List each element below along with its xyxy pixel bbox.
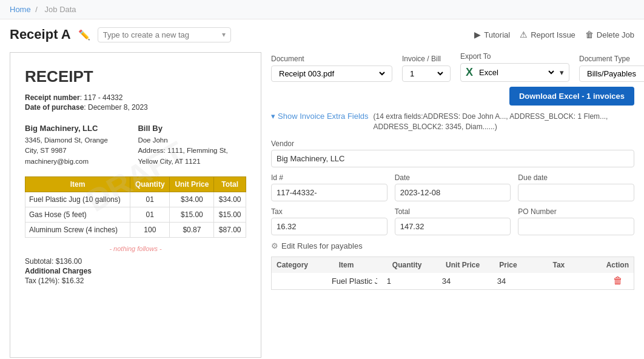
download-excel-button[interactable]: Download Excel - 1 invoices xyxy=(509,87,634,106)
line-tax-input[interactable] xyxy=(551,275,599,287)
tag-input[interactable] xyxy=(103,30,222,39)
invoice-select-wrap: 1 xyxy=(402,65,451,82)
delete-row-icon[interactable]: 🗑 xyxy=(613,275,623,286)
billed-by-address: 3345, Diamond St, Orange City, ST 9987 xyxy=(25,135,113,156)
id-input[interactable] xyxy=(271,184,387,201)
category-input[interactable] xyxy=(275,275,323,287)
line-item-category xyxy=(272,273,327,289)
col-header-unit-price: Unit Price xyxy=(441,257,494,273)
line-item-item xyxy=(327,273,382,289)
row-unit: $15.00 xyxy=(170,207,214,222)
bill-by-label: Bill By xyxy=(138,124,246,133)
row-qty: 01 xyxy=(130,192,170,207)
row-total: $87.00 xyxy=(214,222,246,237)
invoice-label: Invoice / Bill xyxy=(402,55,451,63)
line-item-tax xyxy=(548,273,603,289)
edit-icon[interactable]: ✏️ xyxy=(78,29,90,41)
delete-job-button[interactable]: 🗑 Delete Job xyxy=(585,30,634,39)
doc-type-label: Document Type xyxy=(579,55,644,63)
trash-icon: 🗑 xyxy=(585,30,594,39)
date-input[interactable] xyxy=(395,184,511,201)
tax-group: Tax xyxy=(271,207,387,235)
warning-icon: ⚠ xyxy=(520,30,528,39)
billed-by-col: Big Machinery, LLC 3345, Diamond St, Ora… xyxy=(25,124,113,167)
tutorial-button[interactable]: ▶ Tutorial xyxy=(474,30,510,39)
line-item-unit-price xyxy=(437,273,492,289)
tax-input[interactable] xyxy=(271,218,387,235)
edit-rules-label: Edit Rules for payables xyxy=(281,241,363,250)
due-date-group: Due date xyxy=(518,173,634,201)
breadcrumb: Home / Job Data xyxy=(0,0,644,19)
billed-by-email: machinery@big.com xyxy=(25,156,113,167)
show-extra-fields-toggle[interactable]: ▾ Show Invoice Extra Fields xyxy=(271,112,369,121)
delete-job-label: Delete Job xyxy=(597,30,634,39)
row-item: Fuel Plastic Jug (10 gallons) xyxy=(25,192,130,207)
col-header-category: Category xyxy=(272,257,334,273)
row-qty: 01 xyxy=(130,207,170,222)
col-header-item: Item xyxy=(334,257,387,273)
breadcrumb-current: Job Data xyxy=(45,5,76,14)
receipt-date: December 8, 2023 xyxy=(88,103,148,112)
total-input[interactable] xyxy=(395,218,511,235)
qty-input[interactable] xyxy=(386,275,434,287)
row-qty: 100 xyxy=(130,222,170,237)
additional-charges-label: Additional Charges xyxy=(25,267,92,275)
tax-total-po-row: Tax Total PO Number xyxy=(271,207,634,235)
col-header-qty: Quantity xyxy=(387,257,441,273)
report-issue-label: Report Issue xyxy=(531,30,575,39)
po-number-input[interactable] xyxy=(518,218,634,235)
invoice-group: Invoice / Bill 1 xyxy=(402,55,451,82)
row-total: $15.00 xyxy=(214,207,246,222)
doc-type-select-wrap: Bills/Payables ▾ xyxy=(579,65,644,82)
total-group: Total xyxy=(395,207,511,235)
receipt-date-label: Date of purchase xyxy=(25,103,84,112)
vendor-row: Vendor xyxy=(271,139,634,167)
date-label: Date xyxy=(395,173,511,182)
vendor-input[interactable] xyxy=(271,150,634,167)
id-group: Id # xyxy=(271,173,387,201)
po-number-group: PO Number xyxy=(518,207,634,235)
row-unit: $0.87 xyxy=(170,222,214,237)
billed-by-name: Big Machinery, LLC xyxy=(25,124,113,133)
item-input[interactable] xyxy=(330,275,378,287)
tax-line: Tax (12%): $16.32 xyxy=(25,277,246,285)
receipt-number-label: Receipt number xyxy=(25,93,80,102)
extra-fields-toggle-label: Show Invoice Extra Fields xyxy=(278,112,369,121)
extra-fields-description: (14 extra fields:ADDRESS: Doe John A...,… xyxy=(374,112,634,132)
header-left: Receipt A ✏️ ▾ xyxy=(10,27,231,42)
doc-type-select[interactable]: Bills/Payables xyxy=(585,69,644,79)
chevron-down-icon: ▾ xyxy=(560,68,564,77)
line-item-qty xyxy=(382,273,437,289)
price-input[interactable] xyxy=(496,275,544,287)
main-layout: DRAFT RECEIPT Receipt number: 117 - 4433… xyxy=(0,47,644,358)
breadcrumb-home[interactable]: Home xyxy=(10,5,31,14)
edit-rules-row[interactable]: ⚙ Edit Rules for payables xyxy=(271,241,634,250)
bill-by-name: Doe John xyxy=(138,135,246,146)
chevron-down-icon-3: ▾ xyxy=(271,112,275,121)
due-date-input[interactable] xyxy=(518,184,634,201)
report-issue-button[interactable]: ⚠ Report Issue xyxy=(520,30,575,39)
invoice-select[interactable]: 1 xyxy=(408,69,445,79)
subtotal: Subtotal: $136.00 xyxy=(25,257,246,266)
row-item: Gas Hose (5 feet) xyxy=(25,207,130,222)
row-total: $34.00 xyxy=(214,192,246,207)
gear-icon: ⚙ xyxy=(271,241,278,250)
header-right: ▶ Tutorial ⚠ Report Issue 🗑 Delete Job xyxy=(474,30,634,39)
unit-price-input[interactable] xyxy=(441,275,489,287)
receipt-table: Item Quantity Unit Price Total Fuel Plas… xyxy=(25,176,246,238)
doc-invoice-row: Document Receipt 003.pdf Invoice / Bill … xyxy=(271,52,634,82)
col-header-action: Action xyxy=(602,257,634,273)
table-row: Gas Hose (5 feet)01$15.00$15.00 xyxy=(25,207,246,222)
col-header-price: Price xyxy=(494,257,548,273)
row-unit: $34.00 xyxy=(170,192,214,207)
col-header-tax: Tax xyxy=(548,257,601,273)
export-select[interactable]: Excel xyxy=(477,67,556,78)
document-select[interactable]: Receipt 003.pdf xyxy=(277,69,387,79)
nothing-follows: - nothing follows - xyxy=(25,245,246,252)
tag-dropdown-arrow-icon[interactable]: ▾ xyxy=(222,30,226,39)
export-select-wrap: X Excel ▾ xyxy=(460,63,569,82)
document-group: Document Receipt 003.pdf xyxy=(271,55,392,82)
po-number-label: PO Number xyxy=(518,207,634,216)
bill-by-col: Bill By Doe John Address: 1111, Flemming… xyxy=(138,124,246,167)
table-row: Fuel Plastic Jug (10 gallons)01$34.00$34… xyxy=(25,192,246,207)
